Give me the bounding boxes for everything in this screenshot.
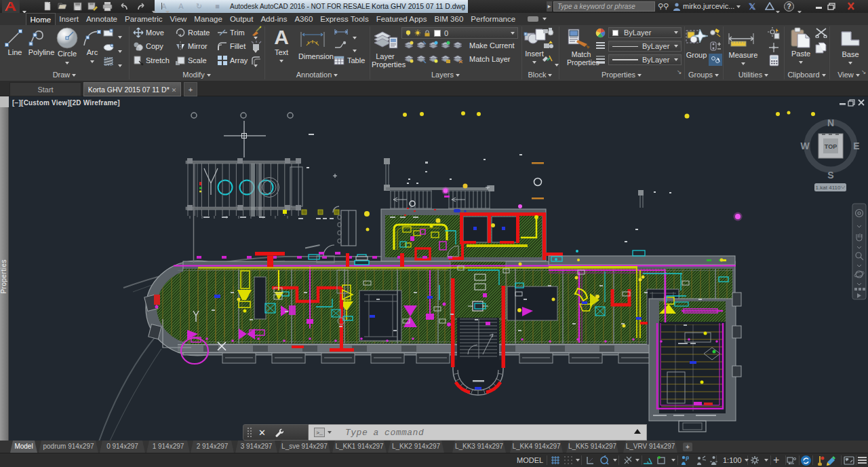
svg-text:W: W [800, 141, 810, 151]
svg-text:1.kat 4110: 1.kat 4110 [816, 185, 841, 191]
svg-text:S: S [827, 170, 833, 181]
svg-text:E: E [853, 141, 859, 151]
svg-text:TOP: TOP [825, 143, 837, 150]
svg-text:N: N [827, 117, 834, 128]
